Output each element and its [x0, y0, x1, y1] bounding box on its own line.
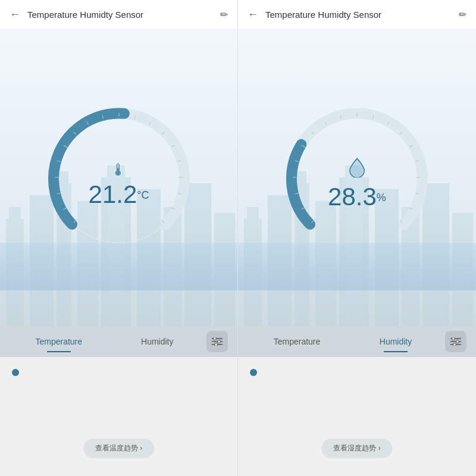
bottom-section-temperature: 查看温度趋势 ›	[0, 357, 237, 476]
header-humidity: ← Temperature Humidty Sensor ✏	[238, 0, 476, 29]
edit-button-temperature[interactable]: ✏	[220, 9, 228, 20]
settings-icon-humidity	[450, 337, 461, 346]
dot-indicator-humidity	[250, 369, 257, 376]
settings-button-temperature[interactable]	[206, 331, 228, 352]
edit-button-humidity[interactable]: ✏	[459, 9, 466, 20]
humidity-value: 28.3	[328, 183, 377, 211]
settings-button-humidity[interactable]	[445, 331, 466, 352]
tab-temperature-humidity[interactable]: Humidity	[108, 332, 207, 351]
svg-point-76	[453, 343, 456, 346]
main-content-temperature: 🌡 21.2°C	[0, 29, 237, 326]
gauge-temperature: 🌡 21.2°C	[42, 100, 196, 255]
svg-point-38	[215, 343, 218, 346]
panels-container: ← Temperature Humidty Sensor ✏	[0, 0, 476, 476]
tab-humidity-temp[interactable]: Temperature	[248, 332, 346, 351]
header-temperature: ← Temperature Humidty Sensor ✏	[0, 0, 237, 29]
thermometer-icon: 🌡	[89, 160, 149, 180]
temperature-value: 21.2	[89, 180, 137, 208]
svg-point-37	[218, 340, 221, 343]
bottom-section-humidity: 查看湿度趋势 ›	[238, 357, 476, 476]
gauge-center-temperature: 🌡 21.2°C	[89, 160, 149, 207]
title-temperature: Temperature Humidty Sensor	[27, 10, 220, 20]
back-button-temperature[interactable]: ←	[10, 8, 20, 21]
trend-button-humidity[interactable]: 查看湿度趋势 ›	[321, 439, 392, 458]
humidity-unit: %	[377, 192, 386, 203]
temperature-panel: ← Temperature Humidty Sensor ✏	[0, 0, 238, 476]
trend-button-temperature[interactable]: 查看温度趋势 ›	[83, 439, 154, 458]
svg-point-36	[214, 337, 217, 340]
svg-point-74	[452, 337, 455, 340]
tab-temperature-temp[interactable]: Temperature	[10, 332, 108, 351]
title-humidity: Temperature Humidty Sensor	[265, 10, 459, 20]
gauge-reading-temperature: 21.2°C	[89, 182, 149, 207]
settings-icon-temperature	[212, 337, 223, 346]
back-button-humidity[interactable]: ←	[248, 8, 258, 21]
gauge-reading-humidity: 28.3%	[328, 184, 386, 209]
gauge-center-humidity: 28.3%	[328, 158, 386, 209]
dot-indicator-temperature	[12, 369, 19, 376]
droplet-icon	[328, 158, 386, 182]
tab-bar-temperature: Temperature Humidity	[0, 326, 237, 357]
humidity-panel: ← Temperature Humidty Sensor ✏	[238, 0, 476, 476]
gauge-humidity: 28.3%	[280, 100, 434, 255]
tab-bar-humidity: Temperature Humidity	[238, 326, 476, 357]
temperature-unit: °C	[137, 189, 149, 201]
tab-humidity-humidity[interactable]: Humidity	[346, 332, 445, 351]
svg-point-75	[456, 340, 459, 343]
main-content-humidity: 28.3%	[238, 29, 476, 326]
